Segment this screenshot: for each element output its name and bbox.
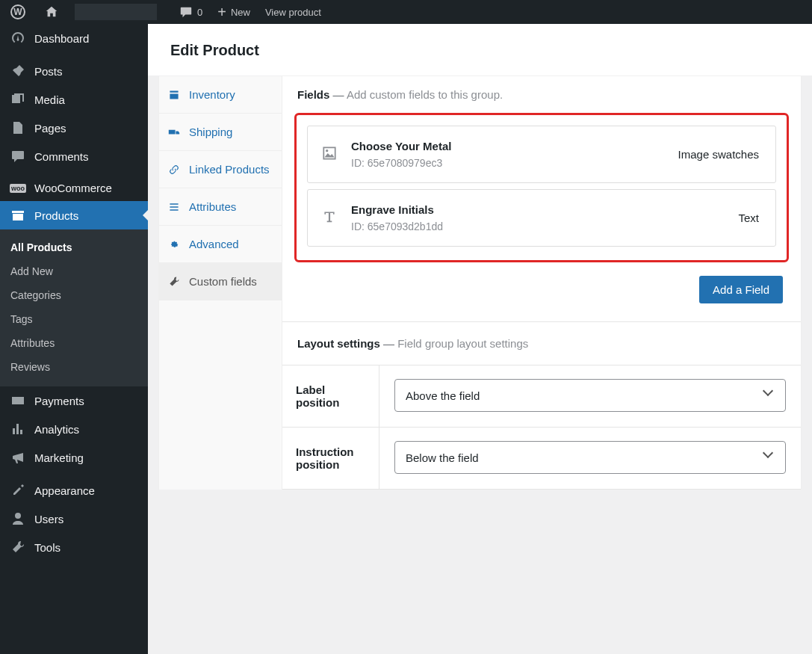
pages-icon <box>9 120 27 135</box>
sidebar-item-comments[interactable]: Comments <box>0 142 148 170</box>
image-icon <box>321 145 351 164</box>
field-row-image-swatches[interactable]: Choose Your Metal ID: 65e7080979ec3 Imag… <box>307 126 776 183</box>
home-icon <box>45 5 58 19</box>
custom-fields-panel: Fields — Add custom fields to this group… <box>282 76 802 490</box>
add-field-button[interactable]: Add a Field <box>699 276 783 303</box>
sidebar-item-pages[interactable]: Pages <box>0 114 148 142</box>
wrench-icon <box>168 276 183 288</box>
page-header: Edit Product <box>148 24 812 76</box>
field-title: Engrave Initials <box>351 203 738 216</box>
submenu-attributes[interactable]: Attributes <box>0 331 148 355</box>
sidebar-item-users[interactable]: Users <box>0 505 148 533</box>
analytics-icon <box>9 422 27 436</box>
label-position-label: Label position <box>282 365 379 427</box>
sidebar-item-woocommerce[interactable]: woo WooCommerce <box>0 175 148 201</box>
submenu-all-products[interactable]: All Products <box>0 235 148 259</box>
woocommerce-icon: woo <box>9 184 27 193</box>
plus-icon: + <box>217 4 226 21</box>
sidebar-item-marketing[interactable]: Marketing <box>0 443 148 472</box>
svg-point-0 <box>326 149 328 152</box>
gear-icon <box>168 238 183 250</box>
site-name-placeholder[interactable] <box>75 4 157 20</box>
home-link[interactable] <box>31 5 72 19</box>
wordpress-logo-icon[interactable]: W <box>10 4 25 19</box>
text-icon <box>321 209 351 227</box>
field-title: Choose Your Metal <box>351 140 678 152</box>
pin-icon <box>9 64 27 78</box>
tools-icon <box>9 540 27 555</box>
sidebar-item-appearance[interactable]: Appearance <box>0 476 148 505</box>
view-product-link[interactable]: View product <box>258 7 329 18</box>
submenu-add-new[interactable]: Add New <box>0 259 148 283</box>
instruction-position-select[interactable]: Below the field <box>394 441 786 474</box>
label-position-select[interactable]: Above the field <box>394 379 786 412</box>
field-row-text[interactable]: Engrave Initials ID: 65e7093d2b1dd Text <box>307 189 776 247</box>
link-icon <box>168 164 183 176</box>
sidebar-item-payments[interactable]: Payments <box>0 386 148 415</box>
sidebar-item-products[interactable]: Products <box>0 201 148 229</box>
media-icon <box>9 92 27 107</box>
admin-sidebar: Dashboard Posts Media Pages Comments woo… <box>0 24 148 654</box>
layout-settings-heading: Layout settings — Field group layout set… <box>282 321 801 365</box>
tab-custom-fields[interactable]: Custom fields <box>159 263 282 300</box>
submenu-reviews[interactable]: Reviews <box>0 355 148 379</box>
products-icon <box>9 208 27 223</box>
dashboard-icon <box>9 31 27 46</box>
admin-toolbar: W 0 + New View product <box>0 0 812 24</box>
new-content[interactable]: + New <box>210 4 258 21</box>
comment-count: 0 <box>197 7 202 18</box>
field-type: Text <box>738 212 759 224</box>
product-data-tabs: Inventory Shipping Linked Products Attri… <box>158 76 282 490</box>
comment-icon <box>179 5 193 19</box>
shipping-icon <box>168 126 183 138</box>
tab-attributes[interactable]: Attributes <box>159 188 282 226</box>
sidebar-item-posts[interactable]: Posts <box>0 57 148 85</box>
payments-icon <box>9 393 27 408</box>
products-submenu: All Products Add New Categories Tags Att… <box>0 229 148 386</box>
marketing-icon <box>9 450 27 465</box>
submenu-categories[interactable]: Categories <box>0 283 148 307</box>
field-id: ID: 65e7093d2b1dd <box>351 220 738 232</box>
comments-toolbar[interactable]: 0 <box>172 5 210 19</box>
content-area: Edit Product Inventory Shipping Linked P… <box>148 24 812 654</box>
tab-inventory[interactable]: Inventory <box>159 76 282 114</box>
chevron-down-icon <box>764 452 775 463</box>
tab-shipping[interactable]: Shipping <box>159 114 282 151</box>
tab-advanced[interactable]: Advanced <box>159 226 282 263</box>
chevron-down-icon <box>764 390 775 401</box>
sidebar-item-tools[interactable]: Tools <box>0 533 148 561</box>
users-icon <box>9 511 27 526</box>
new-label: New <box>231 7 250 18</box>
appearance-icon <box>9 483 27 498</box>
sidebar-item-media[interactable]: Media <box>0 85 148 114</box>
field-type: Image swatches <box>678 148 759 161</box>
instruction-position-label: Instruction position <box>282 428 379 489</box>
attributes-icon <box>168 201 183 213</box>
field-id: ID: 65e7080979ec3 <box>351 157 678 169</box>
fields-list-highlight: Choose Your Metal ID: 65e7080979ec3 Imag… <box>294 113 789 262</box>
sidebar-item-dashboard[interactable]: Dashboard <box>0 24 148 52</box>
fields-heading: Fields — Add custom fields to this group… <box>282 76 801 113</box>
inventory-icon <box>168 89 183 101</box>
tab-linked-products[interactable]: Linked Products <box>159 151 282 188</box>
page-title: Edit Product <box>170 42 790 59</box>
submenu-tags[interactable]: Tags <box>0 307 148 331</box>
comments-icon <box>9 149 27 164</box>
sidebar-item-analytics[interactable]: Analytics <box>0 415 148 443</box>
